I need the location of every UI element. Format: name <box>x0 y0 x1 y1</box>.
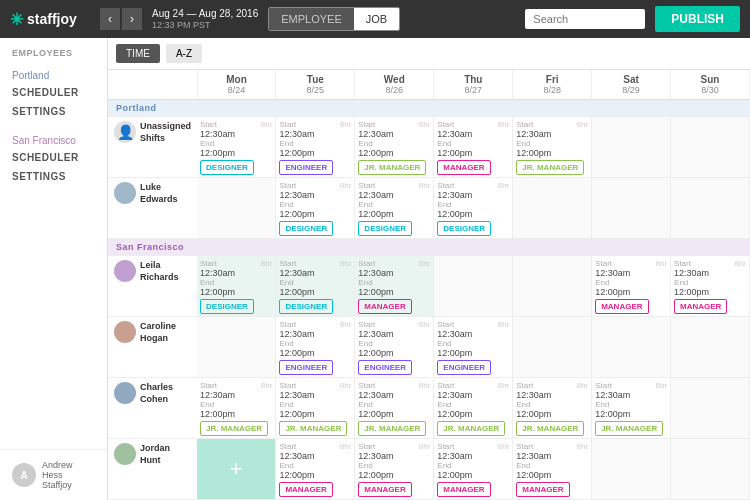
view-toggle: EMPLOYEE JOB <box>268 7 400 31</box>
shift-end-time: 12:00pm <box>200 148 272 158</box>
day-cell[interactable]: Start8hr12:30amEnd12:00pmJR. MANAGER <box>592 378 671 439</box>
day-cell[interactable] <box>671 178 750 239</box>
role-badge[interactable]: ENGINEER <box>279 360 333 375</box>
sidebar-item-sf-settings[interactable]: SETTINGS <box>0 167 107 186</box>
next-button[interactable]: › <box>122 8 142 30</box>
prev-button[interactable]: ‹ <box>100 8 120 30</box>
day-cell[interactable]: Start8hr12:30amEnd12:00pmDESIGNER <box>197 256 276 317</box>
role-badge[interactable]: MANAGER <box>279 482 332 497</box>
day-cell[interactable]: + <box>197 439 276 500</box>
day-cell[interactable]: Start8hr12:30amEnd12:00pmDESIGNER <box>276 256 355 317</box>
shift-hours: 8hr <box>655 381 667 390</box>
shift-hours: 8hr <box>261 120 273 129</box>
shift-end-time: 12:00pm <box>358 148 430 158</box>
role-badge[interactable]: JR. MANAGER <box>200 421 268 436</box>
role-badge[interactable]: DESIGNER <box>437 221 491 236</box>
role-badge[interactable]: MANAGER <box>358 299 411 314</box>
col-tue: Tue8/25 <box>276 70 355 100</box>
az-view-btn[interactable]: A-Z <box>166 44 202 63</box>
sidebar-item-portland-settings[interactable]: SETTINGS <box>0 102 107 121</box>
role-badge[interactable]: JR. MANAGER <box>279 421 347 436</box>
day-cell[interactable] <box>434 256 513 317</box>
role-badge[interactable]: MANAGER <box>516 482 569 497</box>
role-badge[interactable]: MANAGER <box>358 482 411 497</box>
role-badge[interactable]: JR. MANAGER <box>516 160 584 175</box>
role-badge[interactable]: JR. MANAGER <box>358 160 426 175</box>
day-cell[interactable] <box>592 178 671 239</box>
day-cell[interactable] <box>671 378 750 439</box>
day-cell[interactable]: Start8hr12:30amEnd12:00pmJR. MANAGER <box>434 378 513 439</box>
role-badge[interactable]: JR. MANAGER <box>516 421 584 436</box>
shift-start-label: Start <box>437 120 454 129</box>
role-badge[interactable]: DESIGNER <box>200 160 254 175</box>
day-cell[interactable] <box>197 178 276 239</box>
day-cell[interactable]: Start8hr12:30amEnd12:00pmMANAGER <box>276 439 355 500</box>
day-cell[interactable] <box>671 117 750 178</box>
day-cell[interactable]: Start8hr12:30amEnd12:00pmJR. MANAGER <box>276 378 355 439</box>
sidebar-item-sf-scheduler[interactable]: SCHEDULER <box>0 148 107 167</box>
role-badge[interactable]: MANAGER <box>437 160 490 175</box>
role-badge[interactable]: DESIGNER <box>279 299 333 314</box>
day-cell[interactable]: Start8hr12:30amEnd12:00pmJR. MANAGER <box>355 378 434 439</box>
employee-toggle-btn[interactable]: EMPLOYEE <box>269 8 354 30</box>
role-badge[interactable]: DESIGNER <box>279 221 333 236</box>
shift-start-time: 12:30am <box>200 129 272 139</box>
day-cell[interactable]: Start8hr12:30amEnd12:00pmMANAGER <box>513 439 592 500</box>
role-badge[interactable]: DESIGNER <box>200 299 254 314</box>
shift-end-time: 12:00pm <box>437 409 509 419</box>
publish-button[interactable]: PUBLISH <box>655 6 740 32</box>
role-badge[interactable]: ENGINEER <box>358 360 412 375</box>
day-cell[interactable]: Start8hr12:30amEnd12:00pmENGINEER <box>276 117 355 178</box>
shift-hours: 8hr <box>577 381 589 390</box>
day-cell[interactable] <box>513 317 592 378</box>
shift-hours: 8hr <box>498 442 510 451</box>
time-view-btn[interactable]: TIME <box>116 44 160 63</box>
role-badge[interactable]: MANAGER <box>595 299 648 314</box>
role-badge[interactable]: MANAGER <box>674 299 727 314</box>
sf-label: San Francisco <box>0 127 107 148</box>
footer-name: Andrew Hess <box>42 460 95 480</box>
role-badge[interactable]: JR. MANAGER <box>437 421 505 436</box>
role-badge[interactable]: DESIGNER <box>358 221 412 236</box>
day-cell[interactable] <box>592 439 671 500</box>
employee-name: Charles Cohen <box>140 382 173 405</box>
day-cell[interactable]: Start8hr12:30amEnd12:00pmMANAGER <box>434 117 513 178</box>
day-cell[interactable] <box>671 439 750 500</box>
day-cell[interactable]: Start8hr12:30amEnd12:00pmMANAGER <box>434 439 513 500</box>
day-cell[interactable]: Start8hr12:30amEnd12:00pmJR. MANAGER <box>355 117 434 178</box>
day-cell[interactable]: Start8hr12:30amEnd12:00pmDESIGNER <box>434 178 513 239</box>
shift-start-label: Start <box>279 259 296 268</box>
shift-start-time: 12:30am <box>279 329 351 339</box>
day-cell[interactable]: Start8hr12:30amEnd12:00pmENGINEER <box>276 317 355 378</box>
job-toggle-btn[interactable]: JOB <box>354 8 399 30</box>
role-badge[interactable]: ENGINEER <box>437 360 491 375</box>
day-cell[interactable]: Start8hr12:30amEnd12:00pmDESIGNER <box>197 117 276 178</box>
day-cell[interactable]: Start8hr12:30amEnd12:00pmMANAGER <box>355 256 434 317</box>
day-cell[interactable]: Start8hr12:30amEnd12:00pmJR. MANAGER <box>513 117 592 178</box>
day-cell[interactable]: Start8hr12:30amEnd12:00pmENGINEER <box>355 317 434 378</box>
role-badge[interactable]: ENGINEER <box>279 160 333 175</box>
day-cell[interactable]: Start8hr12:30amEnd12:00pmJR. MANAGER <box>513 378 592 439</box>
role-badge[interactable]: JR. MANAGER <box>358 421 426 436</box>
day-cell[interactable] <box>513 178 592 239</box>
day-cell[interactable]: Start8hr12:30amEnd12:00pmMANAGER <box>671 256 750 317</box>
day-cell[interactable]: Start8hr12:30amEnd12:00pmDESIGNER <box>355 178 434 239</box>
avatar <box>114 321 136 343</box>
day-cell[interactable] <box>592 117 671 178</box>
day-cell[interactable]: Start8hr12:30amEnd12:00pmENGINEER <box>434 317 513 378</box>
day-cell[interactable]: Start8hr12:30amEnd12:00pmMANAGER <box>592 256 671 317</box>
day-cell[interactable] <box>197 317 276 378</box>
day-cell[interactable]: Start8hr12:30amEnd12:00pmJR. MANAGER <box>197 378 276 439</box>
role-badge[interactable]: MANAGER <box>437 482 490 497</box>
day-cell[interactable] <box>592 317 671 378</box>
sidebar-item-portland-scheduler[interactable]: SCHEDULER <box>0 83 107 102</box>
day-cell[interactable] <box>671 317 750 378</box>
shift-hours: 8hr <box>419 181 431 190</box>
day-cell[interactable]: Start8hr12:30amEnd12:00pmDESIGNER <box>276 178 355 239</box>
day-cell[interactable]: Start8hr12:30amEnd12:00pmMANAGER <box>355 439 434 500</box>
shift-end-label: End <box>516 461 588 470</box>
search-input[interactable] <box>525 9 645 29</box>
role-badge[interactable]: JR. MANAGER <box>595 421 663 436</box>
day-cell[interactable] <box>513 256 592 317</box>
shift-start-time: 12:30am <box>437 451 509 461</box>
